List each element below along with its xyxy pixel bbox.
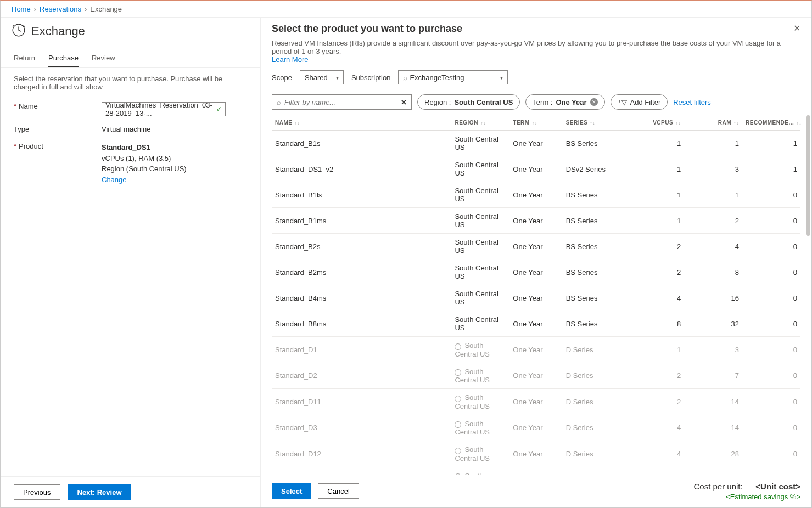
column-header[interactable]: REGION↑↓	[451, 115, 509, 131]
previous-button[interactable]: Previous	[14, 484, 60, 500]
cancel-button[interactable]: Cancel	[318, 483, 359, 499]
column-header[interactable]: TERM↑↓	[509, 115, 562, 131]
table-row[interactable]: Standard_B2sSouth Central USOne YearBS S…	[272, 234, 800, 259]
learn-more-link[interactable]: Learn More	[272, 55, 308, 64]
info-icon: i	[455, 343, 461, 350]
name-label: Name	[19, 102, 38, 110]
clock-icon	[12, 23, 26, 39]
table-row: Standard_D11iSouth Central USOne YearD S…	[272, 389, 800, 415]
table-row[interactable]: Standard_B8msSouth Central USOne YearBS …	[272, 311, 800, 337]
region-filter-pill[interactable]: Region : South Central US	[417, 94, 520, 110]
chevron-right-icon: ›	[85, 5, 87, 13]
panel-title: Select the product you want to purchase	[272, 23, 462, 35]
instruction-text: Select the reservation that you want to …	[1, 68, 260, 98]
close-icon[interactable]: ✕	[793, 23, 800, 33]
info-icon: i	[455, 448, 461, 454]
table-row[interactable]: Standard_B4msSouth Central USOne YearBS …	[272, 285, 800, 311]
page-title: Exchange	[31, 24, 85, 38]
clear-icon[interactable]: ✕	[401, 98, 407, 106]
name-dropdown[interactable]: VirtualMachines_Reservation_03-28-2019_1…	[102, 102, 226, 116]
cost-label: Cost per unit:	[693, 482, 742, 491]
search-icon: ⌕	[403, 74, 407, 82]
term-pill-label: Term :	[533, 98, 552, 106]
scrollbar[interactable]	[806, 115, 810, 475]
column-header[interactable]: SERIES↑↓	[563, 115, 631, 131]
remove-term-icon[interactable]: ✕	[590, 98, 598, 106]
table-row[interactable]: Standard_B1lsSouth Central USOne YearBS …	[272, 182, 800, 208]
column-header[interactable]: VCPUS↑↓	[631, 115, 684, 131]
table-row: Standard_D12iSouth Central USOne YearD S…	[272, 441, 800, 467]
product-select-panel: Select the product you want to purchase …	[261, 18, 811, 507]
product-name: Standard_DS1	[102, 142, 247, 153]
tab-return[interactable]: Return	[14, 54, 35, 67]
region-pill-value: South Central US	[454, 98, 513, 106]
chevron-down-icon: ▾	[336, 75, 339, 81]
subscription-value: ExchangeTesting	[410, 74, 464, 82]
breadcrumb-current: Exchange	[90, 5, 122, 13]
info-icon: i	[455, 473, 461, 475]
reset-filters-link[interactable]: Reset filters	[673, 98, 711, 106]
subscription-label: Subscription	[351, 74, 391, 82]
region-pill-label: Region :	[424, 98, 451, 106]
table-row: Standard_D1iSouth Central USOne YearD Se…	[272, 337, 800, 363]
scope-dropdown[interactable]: Shared ▾	[300, 70, 344, 84]
breadcrumb-reservations[interactable]: Reservations	[40, 5, 81, 13]
table-row: Standard_D2iSouth Central USOne YearD Se…	[272, 363, 800, 389]
search-icon: ⌕	[277, 98, 281, 106]
select-button[interactable]: Select	[272, 483, 311, 499]
chevron-down-icon: ▾	[500, 75, 503, 81]
product-specs: vCPUs (1), RAM (3.5)	[102, 153, 247, 164]
column-header[interactable]: RECOMMENDE...↑↓	[742, 115, 800, 131]
table-row: Standard_D4iSouth Central USOne YearD Se…	[272, 467, 800, 475]
check-icon: ✓	[216, 105, 222, 113]
breadcrumb: Home › Reservations › Exchange	[1, 1, 811, 18]
column-header[interactable]: RAM↑↓	[684, 115, 742, 131]
filter-input[interactable]	[284, 98, 397, 106]
product-label: Product	[19, 142, 43, 150]
next-review-button[interactable]: Next: Review	[68, 484, 131, 500]
product-region: Region (South Central US)	[102, 163, 247, 174]
savings-value: <Estimated savings %>	[693, 492, 800, 502]
chevron-right-icon: ›	[34, 5, 36, 13]
tab-purchase[interactable]: Purchase	[48, 54, 79, 67]
tab-review[interactable]: Review	[92, 54, 115, 67]
add-filter-label: Add Filter	[630, 98, 661, 106]
add-filter-pill[interactable]: ⁺▽ Add Filter	[611, 94, 668, 110]
scrollbar-thumb[interactable]	[806, 115, 810, 236]
type-label: Type	[14, 125, 102, 133]
name-value: VirtualMachines_Reservation_03-28-2019_1…	[105, 101, 216, 117]
term-pill-value: One Year	[556, 98, 586, 106]
cost-value: <Unit cost>	[755, 482, 800, 491]
table-row[interactable]: Standard_DS1_v2South Central USOne YearD…	[272, 156, 800, 182]
filter-icon: ⁺▽	[618, 98, 627, 106]
info-icon: i	[455, 396, 461, 402]
info-icon: i	[455, 369, 461, 376]
subscription-dropdown[interactable]: ⌕ExchangeTesting ▾	[398, 70, 508, 84]
term-filter-pill[interactable]: Term : One Year ✕	[525, 94, 604, 110]
table-row[interactable]: Standard_B1msSouth Central USOne YearBS …	[272, 208, 800, 234]
panel-description: Reserved VM Instances (RIs) provide a si…	[272, 39, 781, 55]
scope-value: Shared	[305, 74, 328, 82]
tabs: Return Purchase Review	[1, 47, 260, 68]
filter-search[interactable]: ⌕ ✕	[272, 94, 412, 110]
exchange-pane: Exchange Return Purchase Review Select t…	[1, 18, 261, 507]
breadcrumb-home[interactable]: Home	[12, 5, 31, 13]
info-icon: i	[455, 421, 461, 428]
scope-label: Scope	[272, 74, 292, 82]
column-header[interactable]: NAME↑↓	[272, 115, 451, 131]
table-row[interactable]: Standard_B1sSouth Central USOne YearBS S…	[272, 131, 800, 156]
type-value: Virtual machine	[102, 125, 247, 133]
table-row[interactable]: Standard_B2msSouth Central USOne YearBS …	[272, 259, 800, 285]
table-row: Standard_D3iSouth Central USOne YearD Se…	[272, 415, 800, 441]
products-table: NAME↑↓REGION↑↓TERM↑↓SERIES↑↓VCPUS↑↓RAM↑↓…	[272, 115, 800, 475]
change-link[interactable]: Change	[102, 176, 127, 184]
